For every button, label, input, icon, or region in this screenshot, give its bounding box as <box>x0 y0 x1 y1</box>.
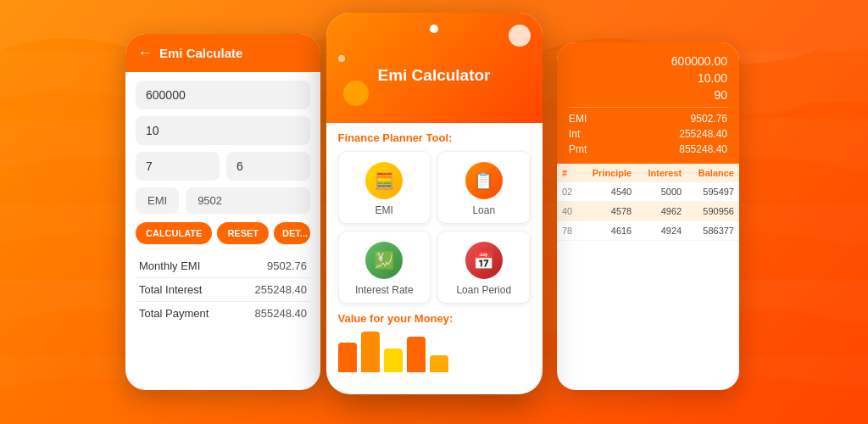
reset-button[interactable]: RESET <box>217 222 269 244</box>
input-years[interactable]: 7 <box>136 152 220 181</box>
scene: ← Emi Calculate 600000 10 7 6 EMI 9502 <box>0 0 868 424</box>
tool-interest-rate[interactable]: 💹 Interest Rate <box>338 231 431 304</box>
right-value-period: 90 <box>569 86 727 103</box>
phone-center-body: Finance Planner Tool: 🧮 EMI 📋 Loan 💹 Int… <box>326 123 542 381</box>
right-result-emi-row: EMI 9502.76 <box>569 111 727 126</box>
phone-left-body: 600000 10 7 6 EMI 9502 CALCULATE RESET D <box>125 72 320 333</box>
col-interest: Interest <box>637 164 687 182</box>
loan-label: Loan <box>472 204 495 216</box>
value-section-title: Value for your Money: <box>338 312 531 325</box>
circle-decoration <box>343 81 369 106</box>
table-row: Total Payment 855248.40 <box>136 302 310 326</box>
phone-left-header: ← Emi Calculate <box>125 34 320 72</box>
loan-period-label: Loan Period <box>456 284 511 296</box>
emi-label: EMI <box>376 204 393 216</box>
finance-section-title: Finance Planner Tool: <box>338 131 531 144</box>
phone-left-title: Emi Calculate <box>159 46 242 60</box>
interest-rate-label: Interest Rate <box>355 284 414 296</box>
tool-loan-period[interactable]: 📅 Loan Period <box>437 231 531 304</box>
table-row: 02 4540 5000 595497 <box>557 182 739 202</box>
col-num: # <box>557 164 581 182</box>
input-principal[interactable]: 600000 <box>136 81 310 109</box>
result-table: Monthly EMI 9502.76 Total Interest 25524… <box>136 254 310 325</box>
bar-3 <box>384 349 403 372</box>
phone-right: 600000.00 10.00 90 EMI 9502.76 Int 25524… <box>557 42 739 390</box>
back-icon[interactable]: ← <box>137 44 153 62</box>
right-value-interest: 10.00 <box>569 70 727 86</box>
result-label-interest: Total Interest <box>136 278 234 302</box>
input-months[interactable]: 6 <box>226 152 310 181</box>
emi-row: EMI 9502 <box>136 187 310 214</box>
calculate-button[interactable]: CALCULATE <box>136 222 212 244</box>
table-row: 40 4578 4962 590956 <box>557 202 739 221</box>
emi-value: 9502 <box>186 187 310 214</box>
table-row: Total Interest 255248.40 <box>136 278 310 302</box>
bar-chart <box>338 330 531 372</box>
interest-rate-icon: 💹 <box>365 242 403 279</box>
emi-icon: 🧮 <box>365 162 403 199</box>
emi-label: EMI <box>136 187 179 214</box>
phone-left: ← Emi Calculate 600000 10 7 6 EMI 9502 <box>125 34 320 390</box>
input-duration-row: 7 6 <box>136 152 310 181</box>
col-principle: Principle <box>581 164 637 182</box>
action-buttons: CALCULATE RESET DET... <box>136 222 310 244</box>
result-value-interest: 255248.40 <box>234 278 310 302</box>
result-value-payment: 855248.40 <box>234 302 310 326</box>
tool-emi[interactable]: 🧮 EMI <box>338 151 431 224</box>
bar-5 <box>430 355 448 372</box>
bar-1 <box>338 343 357 372</box>
phone-center: Emi Calculator Finance Planner Tool: 🧮 E… <box>326 13 542 394</box>
bar-2 <box>361 332 380 372</box>
phone-right-header: 600000.00 10.00 90 EMI 9502.76 Int 25524… <box>557 42 739 164</box>
phone-center-header: Emi Calculator <box>326 13 542 123</box>
app-title: Emi Calculator <box>377 66 490 85</box>
right-result-interest-row: Int 255248.40 <box>569 126 727 142</box>
right-result-payment-row: Pmt 855248.40 <box>569 142 727 157</box>
tool-loan[interactable]: 📋 Loan <box>437 151 531 224</box>
loan-icon: 📋 <box>465 162 503 199</box>
right-value-principal: 600000.00 <box>569 53 727 70</box>
result-label-payment: Total Payment <box>136 302 234 326</box>
input-interest[interactable]: 10 <box>136 116 310 145</box>
toggle-icon[interactable] <box>509 25 531 47</box>
dot-decoration <box>338 55 345 62</box>
table-row: Monthly EMI 9502.76 <box>136 254 310 278</box>
result-value-emi: 9502.76 <box>234 254 310 278</box>
amortization-table: # Principle Interest Balance 02 4540 500… <box>557 164 739 241</box>
result-label-emi: Monthly EMI <box>136 254 234 278</box>
detail-button[interactable]: DET... <box>274 222 310 244</box>
col-balance: Balance <box>687 164 739 182</box>
divider <box>569 107 727 108</box>
bar-4 <box>407 337 426 372</box>
tool-grid: 🧮 EMI 📋 Loan 💹 Interest Rate 📅 Loan Peri… <box>338 151 531 304</box>
phone-right-body: # Principle Interest Balance 02 4540 500… <box>557 164 739 241</box>
table-row: 78 4616 4924 586377 <box>557 221 739 241</box>
loan-period-icon: 📅 <box>465 242 503 279</box>
